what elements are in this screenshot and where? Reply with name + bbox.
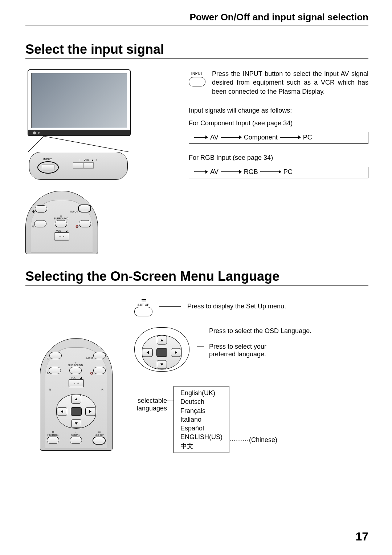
dots: ········· — [229, 436, 249, 443]
remote-input-label: INPUT — [70, 210, 78, 213]
tv-panel: INPUT − VOL ▴ + — [29, 152, 128, 180]
svg-line-0 — [28, 136, 44, 152]
arrow-icon — [221, 135, 242, 139]
section2-title: Selecting the On-Screen Menu Language — [25, 269, 368, 286]
remote-diagram-2: ⏻ INPUT ⧉ ∞SURROUND 🔇 VOL ◢ — [40, 338, 113, 451]
arrow-icon — [194, 170, 208, 174]
dpad-callout — [134, 327, 189, 372]
panel-vol-buttons — [73, 162, 94, 169]
arrow-icon — [194, 135, 208, 139]
remote-input-button — [78, 204, 91, 212]
cycle-rgb: AV RGB PC — [189, 167, 368, 178]
header-title: Power On/Off and input signal selection — [25, 12, 368, 25]
step1-text: Press to display the Set Up menu. — [187, 303, 286, 310]
arrow-icon — [260, 170, 281, 174]
connector-line — [159, 306, 181, 307]
footer-rule — [25, 522, 368, 523]
remote-surround-label: SURROUND — [54, 217, 68, 220]
languages-box: English(UK) Deutsch Français Italiano Es… — [173, 386, 229, 453]
section1-paragraph: Press the INPUT button to select the inp… — [212, 69, 368, 96]
page-number: 17 — [355, 530, 368, 543]
chinese-note: (Chinese) — [249, 436, 277, 443]
remote-diagram-1: ⏻ INPUT ⧉ ∞SURROUND 🔇 VOL ◢ — [25, 191, 98, 254]
component-line: For Component Input (see page 34) — [189, 119, 368, 127]
signals-intro: Input signals will change as follows: — [189, 107, 368, 114]
cycle-component: AV Component PC — [189, 132, 368, 144]
panel-vol-label: − VOL ▴ + — [79, 158, 97, 162]
remote-vol-label: VOL — [56, 230, 61, 232]
panel-input-label: INPUT — [43, 158, 52, 161]
svg-line-1 — [44, 136, 128, 152]
arrow-icon — [280, 135, 301, 139]
selectable-label: selectable languages — [134, 397, 167, 412]
tv-diagram: INPUT − VOL ▴ + — [28, 69, 129, 180]
rgb-line: For RGB Input (see page 34) — [189, 154, 368, 162]
arrow-icon — [221, 170, 242, 174]
input-button-icon: INPUT — [189, 69, 205, 107]
mute-icon: 🔇 — [75, 225, 79, 228]
step2-text: Press to select the OSD Language. — [209, 327, 311, 335]
power-icon: ⏻ — [32, 210, 35, 213]
remote-dpad — [56, 394, 96, 429]
setup-button-icon: ≡≡ SET UP — [134, 296, 152, 316]
section1-title: Select the input signal — [25, 42, 368, 59]
step3-text: Press to select your preferred language. — [209, 343, 285, 358]
panel-input-button — [37, 161, 59, 174]
remote-vol-pad — [54, 232, 69, 240]
aspect-icon: ⧉ — [32, 225, 34, 228]
remote-setup-button — [93, 437, 106, 445]
